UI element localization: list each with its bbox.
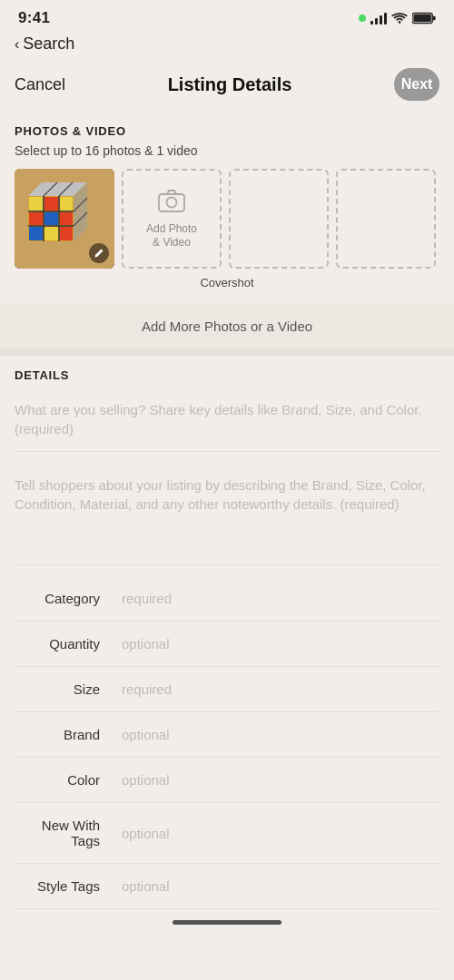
svg-rect-16 [60,212,73,225]
listing-details-form: CategoryrequiredQuantityoptionalSizerequ… [15,576,439,909]
add-photo-slot[interactable]: Add Photo& Video [122,169,222,269]
signal-bars-icon [370,12,387,24]
form-field-label: New WithTags [15,803,114,864]
form-field-label: Style Tags [15,864,114,909]
photos-subtitle: Select up to 16 photos & 1 video [15,143,439,158]
form-field-label: Brand [15,712,114,758]
svg-rect-15 [44,212,58,225]
camera-icon [158,189,185,219]
empty-photo-slot-1[interactable] [229,169,329,269]
add-photo-label: Add Photo& Video [146,222,197,249]
battery-icon [412,12,436,24]
svg-point-0 [359,15,366,22]
section-divider [0,348,454,356]
form-row[interactable]: Quantityoptional [15,622,439,667]
form-field-value[interactable]: optional [114,864,439,909]
cancel-button[interactable]: Cancel [15,75,65,94]
form-field-value[interactable]: optional [114,758,439,803]
edit-badge[interactable] [89,243,109,263]
back-label: Search [23,34,74,54]
page-title: Listing Details [168,74,292,95]
svg-point-28 [167,198,177,208]
form-row[interactable]: New WithTagsoptional [15,803,439,864]
form-row[interactable]: Style Tagsoptional [15,864,439,909]
form-row[interactable]: Sizerequired [15,667,439,712]
details-section: DETAILS CategoryrequiredQuantityoptional… [0,356,454,909]
form-field-value[interactable]: required [114,576,439,622]
camera-svg-icon [158,189,185,212]
form-row[interactable]: Brandoptional [15,712,439,758]
form-field-value[interactable]: required [114,667,439,712]
form-row[interactable]: Categoryrequired [15,576,439,622]
description-input[interactable] [15,463,439,565]
svg-rect-4 [413,15,431,22]
photos-video-section: PHOTOS & VIDEO Select up to 16 photos & … [0,112,454,289]
wifi-icon [391,12,408,24]
status-bar: 9:41 [0,0,454,31]
covershot-label: Covershot [15,276,439,289]
svg-rect-11 [29,197,43,211]
form-field-value[interactable]: optional [114,803,439,864]
covershot-slot[interactable] [15,169,114,269]
title-input[interactable] [15,387,439,452]
status-icons [359,12,436,24]
photos-section-title: PHOTOS & VIDEO [15,112,439,143]
svg-rect-14 [29,212,43,225]
empty-photo-slot-2[interactable] [336,169,436,269]
edit-icon [94,248,104,259]
form-field-label: Size [15,667,114,712]
svg-rect-17 [29,227,43,240]
header: Cancel Listing Details Next [0,61,454,112]
form-field-value[interactable]: optional [114,712,439,758]
status-time: 9:41 [18,9,50,27]
svg-rect-13 [60,197,73,211]
add-more-photos-button[interactable]: Add More Photos or a Video [0,304,454,348]
scroll-indicator [173,920,281,925]
svg-rect-18 [44,227,58,240]
svg-point-1 [399,21,401,24]
next-button[interactable]: Next [394,68,439,101]
back-arrow-icon: ‹ [15,36,19,53]
photo-grid: Add Photo& Video [15,169,439,269]
details-section-title: DETAILS [15,356,439,387]
nav-back: ‹ Search [0,31,454,61]
svg-rect-12 [44,197,58,211]
svg-rect-19 [60,227,73,240]
form-field-label: Color [15,758,114,803]
back-button[interactable]: ‹ Search [15,34,439,54]
form-row[interactable]: Coloroptional [15,758,439,803]
form-field-value[interactable]: optional [114,622,439,667]
svg-rect-3 [433,16,436,21]
form-field-label: Category [15,576,114,622]
active-dot-icon [359,15,366,22]
form-field-label: Quantity [15,622,114,667]
